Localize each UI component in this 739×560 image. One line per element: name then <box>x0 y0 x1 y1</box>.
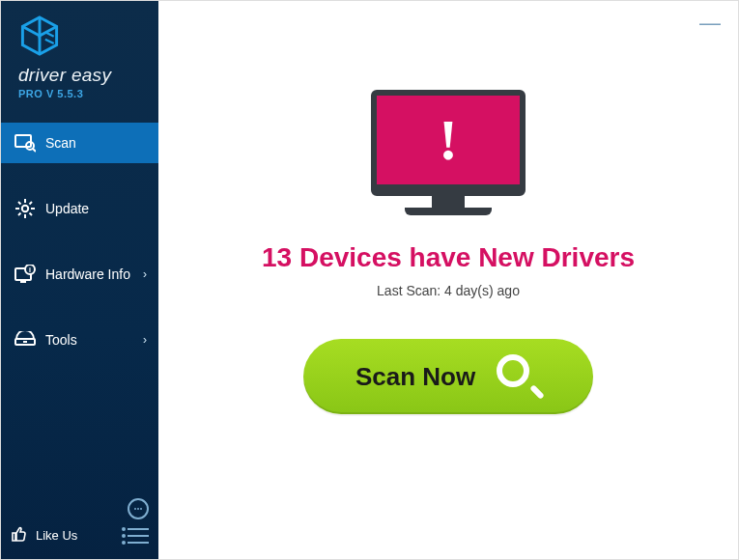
sidebar-item-hardware-info[interactable]: i Hardware Info › <box>1 254 158 294</box>
feedback-icon[interactable] <box>128 498 149 519</box>
main-content: — ! 13 Devices have New Drivers Last Sca… <box>158 1 738 559</box>
status-monitor-graphic: ! <box>371 90 526 215</box>
svg-line-1 <box>45 32 54 36</box>
sidebar-item-label: Update <box>45 201 89 216</box>
svg-line-12 <box>30 213 33 216</box>
like-us-label: Like Us <box>36 528 77 543</box>
brand-logo-icon <box>18 14 61 57</box>
app-window: driver easy PRO V 5.5.3 Scan Update i <box>1 1 738 559</box>
thumbs-up-icon <box>11 525 28 546</box>
last-scan-text: Last Scan: 4 day(s) ago <box>377 283 520 298</box>
window-minimize-button[interactable]: — <box>699 11 721 36</box>
hardware-info-icon: i <box>14 264 36 285</box>
svg-line-2 <box>45 40 54 43</box>
sidebar-item-label: Hardware Info <box>45 266 130 282</box>
monitor-base <box>405 208 492 215</box>
svg-line-11 <box>18 202 21 205</box>
monitor-screen: ! <box>371 90 526 196</box>
svg-point-21 <box>134 508 136 510</box>
svg-rect-16 <box>20 280 26 283</box>
svg-point-23 <box>140 508 142 510</box>
menu-list-icon[interactable] <box>128 528 149 544</box>
svg-line-13 <box>18 213 21 216</box>
sidebar: driver easy PRO V 5.5.3 Scan Update i <box>1 1 158 559</box>
svg-line-14 <box>30 202 33 205</box>
svg-point-6 <box>22 206 28 211</box>
status-headline: 13 Devices have New Drivers <box>262 242 635 273</box>
chevron-right-icon: › <box>143 333 147 347</box>
brand-edition: PRO V 5.5.3 <box>18 88 149 99</box>
like-us-button[interactable]: Like Us <box>11 525 77 546</box>
sidebar-item-tools[interactable]: Tools › <box>1 320 158 360</box>
sidebar-item-scan[interactable]: Scan <box>1 123 158 163</box>
monitor-stand <box>432 196 465 208</box>
sidebar-item-update[interactable]: Update <box>1 188 158 229</box>
sidebar-item-label: Tools <box>45 332 77 348</box>
tools-icon <box>14 329 36 350</box>
svg-rect-3 <box>15 135 31 147</box>
scan-now-label: Scan Now <box>355 362 475 392</box>
search-icon <box>497 354 541 399</box>
svg-point-22 <box>137 508 139 510</box>
chevron-right-icon: › <box>143 267 147 281</box>
gear-icon <box>14 198 36 219</box>
alert-exclamation-icon: ! <box>439 107 458 174</box>
svg-text:i: i <box>29 266 31 273</box>
svg-rect-20 <box>23 341 27 343</box>
scan-icon <box>14 132 36 154</box>
sidebar-bottom: Like Us <box>1 489 158 559</box>
scan-now-button[interactable]: Scan Now <box>303 339 593 414</box>
brand-name: driver easy <box>18 65 149 86</box>
brand-block: driver easy PRO V 5.5.3 <box>1 1 158 107</box>
sidebar-item-label: Scan <box>45 135 76 151</box>
sidebar-nav: Scan Update i Hardware Info › Tools <box>1 123 158 385</box>
svg-line-5 <box>33 149 36 152</box>
